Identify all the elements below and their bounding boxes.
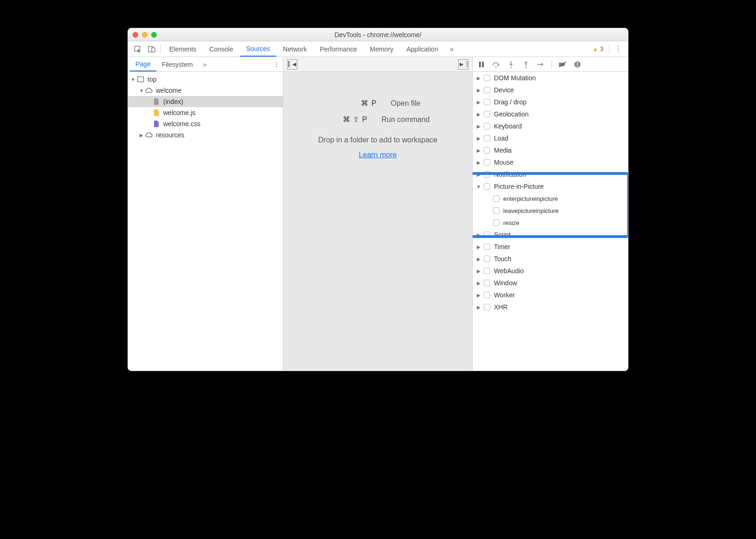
checkbox[interactable] (484, 244, 490, 250)
chevron-right-icon: ▶ (475, 269, 482, 274)
breakpoint-category[interactable]: ▶WebAudio (473, 265, 628, 277)
checkbox[interactable] (484, 99, 490, 105)
checkbox[interactable] (484, 135, 490, 141)
tree-node-top[interactable]: ▼ top (128, 74, 283, 85)
subtab-filesystem[interactable]: Filesystem (156, 57, 199, 71)
breakpoint-event[interactable]: resize (473, 217, 628, 229)
checkbox[interactable] (493, 219, 500, 226)
breakpoint-event[interactable]: leavepictureinpicture (473, 205, 628, 217)
editor-empty-state: ⌘ P Open file ⌘ ⇧ P Run command Drop in … (283, 72, 472, 371)
checkbox[interactable] (484, 123, 490, 129)
breakpoint-event-label: leavepictureinpicture (503, 207, 558, 214)
warnings-indicator[interactable]: ▲ 3 (589, 41, 607, 57)
checkbox[interactable] (484, 111, 490, 117)
breakpoint-category[interactable]: ▶XHR (473, 301, 628, 313)
breakpoint-category[interactable]: ▶Mouse (473, 156, 628, 168)
chevron-right-icon: ▶ (475, 148, 482, 153)
breakpoint-category[interactable]: ▶Keyboard (473, 120, 628, 132)
breakpoint-category-label: Worker (494, 291, 515, 299)
tree-node-domain[interactable]: ▼ welcome (128, 85, 283, 96)
tab-network[interactable]: Network (276, 41, 313, 57)
breakpoint-category[interactable]: ▼Picture-in-Picture (473, 180, 628, 192)
checkbox[interactable] (484, 268, 490, 274)
file-tree: ▼ top ▼ welcome (index) welcome.js (128, 72, 283, 371)
tabs-overflow-icon[interactable]: » (445, 41, 459, 57)
breakpoint-category-label: Device (494, 86, 514, 94)
step-over-icon[interactable] (491, 59, 501, 70)
breakpoint-category-label: Touch (494, 255, 511, 263)
tree-file-label: welcome.js (163, 109, 195, 116)
checkbox[interactable] (484, 280, 490, 286)
show-debugger-icon[interactable]: ▶▕ (458, 59, 468, 70)
breakpoint-category-label: Picture-in-Picture (494, 183, 544, 190)
chevron-right-icon: ▶ (475, 124, 482, 129)
pause-on-exceptions-icon[interactable] (572, 59, 583, 70)
device-toolbar-icon[interactable] (145, 41, 159, 57)
tab-memory[interactable]: Memory (364, 41, 400, 57)
breakpoint-category[interactable]: ▶Window (473, 277, 628, 289)
show-navigator-icon[interactable]: ▎◀ (287, 59, 297, 70)
svg-rect-14 (577, 65, 578, 66)
breakpoint-category[interactable]: ▶Script (473, 229, 628, 241)
checkbox[interactable] (484, 256, 490, 262)
navigator-pane: Page Filesystem » ⋮ ▼ top ▼ welcome (128, 57, 283, 371)
event-listener-breakpoints: ▶DOM Mutation▶Device▶Drag / drop▶Geoloca… (473, 72, 628, 371)
breakpoint-category[interactable]: ▶Worker (473, 289, 628, 301)
frame-icon (136, 75, 145, 83)
breakpoint-category[interactable]: ▶Media (473, 144, 628, 156)
chevron-right-icon: ▶ (475, 76, 482, 81)
tab-console[interactable]: Console (203, 41, 239, 57)
inspect-element-icon[interactable] (131, 41, 145, 57)
breakpoint-category[interactable]: ▶Touch (473, 253, 628, 265)
checkbox[interactable] (484, 75, 490, 81)
breakpoint-event-label: resize (503, 219, 519, 226)
svg-rect-4 (479, 62, 481, 67)
warning-icon: ▲ (592, 45, 598, 52)
breakpoint-category[interactable]: ▶Notification (473, 168, 628, 180)
tree-node-resources[interactable]: ▶ resources (128, 129, 283, 141)
breakpoint-category[interactable]: ▶Load (473, 132, 628, 144)
checkbox[interactable] (484, 304, 490, 310)
navigator-menu-icon[interactable]: ⋮ (270, 57, 283, 71)
tab-application[interactable]: Application (400, 41, 445, 57)
subtabs-overflow-icon[interactable]: » (199, 57, 211, 71)
checkbox[interactable] (484, 171, 490, 178)
tree-file-index[interactable]: (index) (128, 96, 283, 107)
checkbox[interactable] (484, 231, 490, 238)
kebab-menu-icon[interactable]: ⋮ (611, 41, 625, 57)
step-out-icon[interactable] (521, 59, 531, 70)
pause-icon[interactable] (476, 59, 487, 70)
checkbox[interactable] (484, 147, 490, 154)
tree-file-label: welcome.css (163, 120, 200, 128)
breakpoint-category[interactable]: ▶Drag / drop (473, 96, 628, 108)
chevron-right-icon: ▶ (475, 305, 482, 310)
subtab-page[interactable]: Page (130, 57, 156, 71)
learn-more-link[interactable]: Learn more (359, 151, 397, 159)
checkbox[interactable] (484, 183, 490, 190)
checkbox[interactable] (493, 207, 500, 214)
tab-sources[interactable]: Sources (240, 41, 276, 57)
deactivate-breakpoints-icon[interactable] (557, 59, 568, 70)
step-icon[interactable] (536, 59, 546, 70)
editor-toolbar: ▎◀ ▶▕ (283, 57, 472, 72)
step-into-icon[interactable] (506, 59, 516, 70)
checkbox[interactable] (484, 292, 490, 298)
breakpoint-category[interactable]: ▶Geolocation (473, 108, 628, 120)
devtools-window: DevTools - chrome://welcome/ Elements Co… (128, 28, 628, 371)
checkbox[interactable] (484, 87, 490, 93)
checkbox[interactable] (493, 195, 500, 202)
checkbox[interactable] (484, 159, 490, 166)
svg-rect-13 (577, 63, 578, 65)
breakpoint-event[interactable]: enterpictureinpicture (473, 192, 628, 205)
warnings-count: 3 (600, 45, 603, 52)
breakpoint-category[interactable]: ▶Device (473, 84, 628, 96)
breakpoint-category-label: Drag / drop (494, 98, 526, 106)
chevron-right-icon: ▶ (475, 257, 482, 262)
tree-file-js[interactable]: welcome.js (128, 107, 283, 118)
tab-elements[interactable]: Elements (163, 41, 203, 57)
tab-performance[interactable]: Performance (313, 41, 363, 57)
tree-file-css[interactable]: welcome.css (128, 118, 283, 129)
breakpoint-category[interactable]: ▶Timer (473, 241, 628, 253)
content-area: Page Filesystem » ⋮ ▼ top ▼ welcome (128, 57, 628, 371)
breakpoint-category[interactable]: ▶DOM Mutation (473, 72, 628, 84)
